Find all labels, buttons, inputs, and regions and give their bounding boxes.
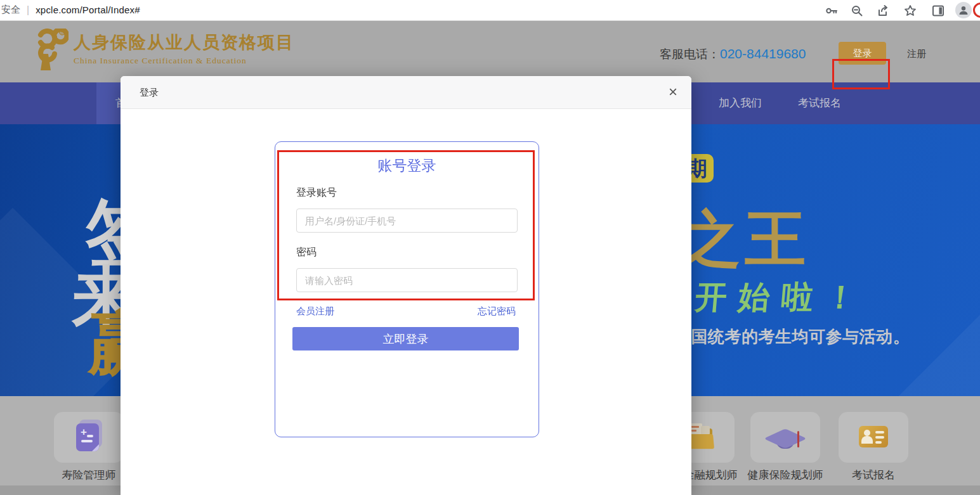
security-chip: 安全 — [1, 4, 20, 16]
card-life-insurance-manager[interactable]: + — [54, 412, 124, 463]
login-modal-title: 登录 — [140, 76, 159, 109]
share-icon[interactable] — [876, 4, 890, 18]
account-label: 登录账号 — [296, 186, 337, 200]
service-phone-number: 020-84419680 — [720, 46, 806, 61]
card-label: 健康保险规划师 — [735, 468, 836, 482]
graduation-cap-icon — [768, 422, 803, 453]
account-input[interactable] — [296, 209, 518, 233]
service-phone-label: 客服电话： — [660, 48, 720, 61]
login-submit-button[interactable]: 立即登录 — [292, 327, 519, 350]
banner-description: 全国统考的考生均可参与活动。 — [674, 326, 910, 348]
header-login-button[interactable]: 登录 — [839, 42, 886, 65]
site-subtitle: China Insurance Certification & Educatio… — [74, 56, 294, 66]
star-icon[interactable] — [903, 4, 917, 18]
header-register-link[interactable]: 注册 — [907, 48, 926, 60]
svg-text:R: R — [61, 31, 64, 35]
member-register-link[interactable]: 会员注册 — [296, 305, 334, 318]
profile-icon[interactable] — [955, 2, 972, 18]
split-screen-icon[interactable] — [931, 4, 945, 18]
forgot-password-link[interactable]: 忘记密码 — [478, 305, 516, 318]
password-label: 密码 — [296, 246, 317, 259]
zoom-out-icon[interactable] — [850, 4, 864, 18]
extension-badge-ring[interactable] — [973, 3, 980, 18]
note-calculator-icon: + — [76, 422, 101, 451]
cic-logo-icon: R — [23, 29, 69, 74]
nav-item-exam-signup[interactable]: 考试报名 — [798, 82, 841, 124]
card-health-insurance-planner[interactable] — [750, 412, 820, 463]
address-url[interactable]: 安全|xpcle.com/Portal/Index# — [1, 4, 140, 16]
close-icon[interactable]: × — [669, 84, 677, 100]
nav-item-join-us[interactable]: 加入我们 — [719, 82, 762, 124]
id-card-icon — [859, 426, 888, 447]
site-title: 人身保险从业人员资格项目 — [74, 31, 294, 54]
login-modal: 登录 × 账号登录 登录账号 密码 会员注册 忘记密码 立即登录 — [121, 76, 691, 495]
url-separator: | — [27, 4, 29, 16]
banner-gold-headline: 之王 — [680, 199, 809, 281]
browser-address-bar: 安全|xpcle.com/Portal/Index# — [0, 0, 980, 21]
card-exam-signup[interactable] — [839, 412, 908, 463]
site-header: R 人身保险从业人员资格项目 China Insurance Certifica… — [0, 21, 980, 82]
page: R 人身保险从业人员资格项目 China Insurance Certifica… — [0, 0, 980, 495]
key-icon[interactable] — [825, 4, 839, 18]
banner-green-headline: 开始啦！ — [693, 276, 870, 319]
login-modal-header: 登录 × — [121, 76, 691, 109]
url-text: xpcle.com/Portal/Index# — [36, 4, 140, 15]
login-form-title: 账号登录 — [275, 156, 539, 176]
login-form-card: 账号登录 登录账号 密码 会员注册 忘记密码 立即登录 — [275, 141, 539, 437]
password-input[interactable] — [296, 268, 518, 292]
card-label: 考试报名 — [823, 468, 924, 482]
service-phone-block: 客服电话：020-84419680 — [660, 46, 806, 63]
logo-text-block: 人身保险从业人员资格项目 China Insurance Certificati… — [74, 31, 294, 66]
